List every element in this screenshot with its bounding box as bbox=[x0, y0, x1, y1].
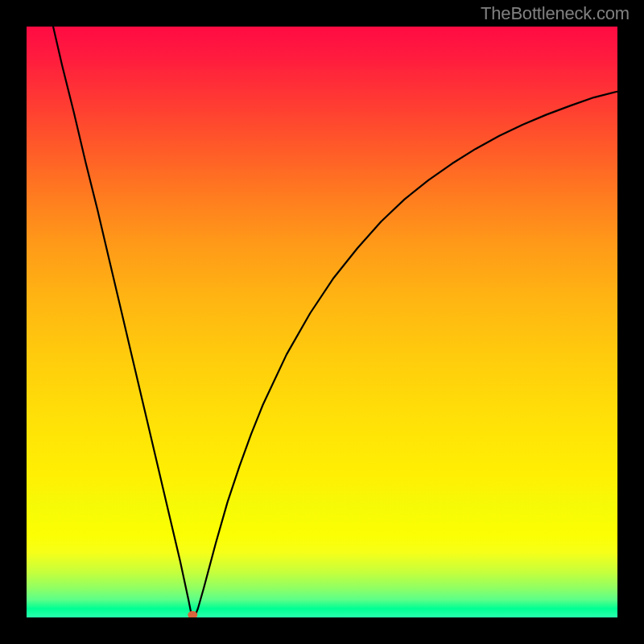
chart-svg bbox=[27, 27, 617, 617]
chart-container: TheBottleneck.com bbox=[0, 0, 644, 644]
watermark-label: TheBottleneck.com bbox=[481, 3, 630, 24]
plot-area bbox=[27, 27, 617, 617]
bottleneck-curve bbox=[53, 27, 617, 617]
